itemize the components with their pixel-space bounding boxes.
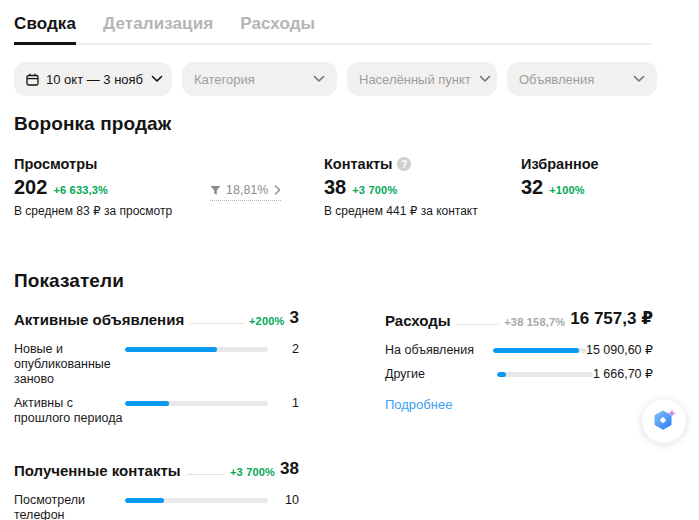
metric-contacts-value: 38 xyxy=(324,176,346,199)
listings-placeholder: Объявления xyxy=(519,72,625,87)
metric-favorites-value: 32 xyxy=(521,176,543,199)
calendar-icon xyxy=(26,73,39,86)
chevron-right-icon xyxy=(274,185,281,195)
chevron-down-icon xyxy=(479,75,491,83)
dotted-leader xyxy=(187,474,224,475)
bar-row: Другие 1 666,70 ₽ xyxy=(385,367,653,382)
chevron-down-icon xyxy=(633,75,645,83)
bar-value: 1 666,70 ₽ xyxy=(593,367,653,382)
metric-contacts-sub: В среднем 441 ₽ за контакт xyxy=(324,204,521,218)
date-range-dropdown[interactable]: 10 окт — 3 нояб xyxy=(14,62,172,96)
card-total: 38 xyxy=(280,459,299,479)
metric-views: Просмотры 202 +6 633,3% В среднем 83 ₽ з… xyxy=(14,156,210,218)
ai-assistant-icon xyxy=(650,407,678,435)
location-dropdown[interactable]: Населённый пункт xyxy=(347,62,497,96)
bar-label: Другие xyxy=(385,367,497,382)
bar-value: 10 xyxy=(268,493,299,508)
card-delta: +38 158,7% xyxy=(504,316,565,328)
bar-row: На объявления 15 090,60 ₽ xyxy=(385,343,653,358)
filter-bar: 10 окт — 3 нояб Категория Населённый пун… xyxy=(14,62,699,96)
progress-bar xyxy=(497,372,593,377)
help-icon[interactable]: ? xyxy=(397,157,411,171)
bar-value: 1 xyxy=(268,396,299,411)
card-total: 3 xyxy=(290,308,299,328)
card-title: Расходы xyxy=(385,312,451,329)
card-delta: +200% xyxy=(249,315,285,327)
card-expenses: Расходы +38 158,7% 16 757,3 ₽ На объявле… xyxy=(385,308,653,413)
card-title: Активные объявления xyxy=(14,311,184,328)
card-active-listings: Активные объявления +200% 3 Новые и опуб… xyxy=(14,308,299,435)
conversion-value: 18,81% xyxy=(226,183,268,197)
card-title: Полученные контакты xyxy=(14,462,181,479)
progress-bar xyxy=(125,401,268,406)
conversion-views-to-contacts[interactable]: 18,81% xyxy=(210,183,324,218)
avito-analytics-page: Сводка Детализация Расходы 10 окт — 3 но… xyxy=(0,0,699,520)
indicators-section-title: Показатели xyxy=(14,270,699,292)
listings-dropdown[interactable]: Объявления xyxy=(507,62,657,96)
metric-views-value: 202 xyxy=(14,176,47,199)
metric-contacts-label: Контакты xyxy=(324,156,392,172)
bar-label: Активны с прошлого периода xyxy=(14,396,125,426)
funnel-metrics: Просмотры 202 +6 633,3% В среднем 83 ₽ з… xyxy=(14,156,699,218)
tab-details[interactable]: Детализация xyxy=(103,14,213,43)
bar-row: Новые и опубликованные заново 2 xyxy=(14,342,299,387)
card-delta: +3 700% xyxy=(230,466,275,478)
dotted-leader xyxy=(190,323,243,324)
funnel-icon xyxy=(210,185,221,196)
tab-summary[interactable]: Сводка xyxy=(14,14,76,45)
chevron-down-icon xyxy=(313,75,325,83)
bar-label: На объявления xyxy=(385,343,493,358)
ai-assistant-button[interactable] xyxy=(642,399,686,443)
bar-value: 15 090,60 ₽ xyxy=(586,343,653,358)
metric-favorites-label: Избранное xyxy=(521,156,599,172)
category-dropdown[interactable]: Категория xyxy=(182,62,337,96)
location-placeholder: Населённый пункт xyxy=(359,72,471,87)
metric-contacts: Контакты ? 38 +3 700% В среднем 441 ₽ за… xyxy=(324,156,521,218)
date-range-value: 10 окт — 3 нояб xyxy=(46,72,143,87)
progress-bar xyxy=(125,347,268,352)
metric-contacts-delta: +3 700% xyxy=(352,184,397,196)
tab-expenses[interactable]: Расходы xyxy=(240,14,315,43)
metric-favorites-delta: +100% xyxy=(549,184,585,196)
metric-views-label: Просмотры xyxy=(14,156,210,172)
progress-bar xyxy=(125,498,268,503)
funnel-section-title: Воронка продаж xyxy=(14,113,699,135)
bar-row: Посмотрели телефон 10 xyxy=(14,493,299,520)
chevron-down-icon xyxy=(151,75,163,83)
bar-value: 2 xyxy=(268,342,299,357)
bar-label: Посмотрели телефон xyxy=(14,493,125,520)
bar-label: Новые и опубликованные заново xyxy=(14,342,125,387)
metric-favorites: Избранное 32 +100% xyxy=(521,156,599,218)
bar-row: Активны с прошлого периода 1 xyxy=(14,396,299,426)
dotted-leader xyxy=(457,324,499,325)
category-placeholder: Категория xyxy=(194,72,305,87)
indicator-cards: Активные объявления +200% 3 Новые и опуб… xyxy=(14,308,699,520)
metric-views-delta: +6 633,3% xyxy=(53,184,108,196)
tab-bar: Сводка Детализация Расходы xyxy=(14,14,652,45)
card-received-contacts: Полученные контакты +3 700% 38 Посмотрел… xyxy=(14,459,299,520)
card-total: 16 757,3 ₽ xyxy=(570,308,653,329)
metric-views-sub: В среднем 83 ₽ за просмотр xyxy=(14,204,210,218)
expenses-details-link[interactable]: Подробнее xyxy=(385,397,452,412)
progress-bar xyxy=(493,348,586,353)
